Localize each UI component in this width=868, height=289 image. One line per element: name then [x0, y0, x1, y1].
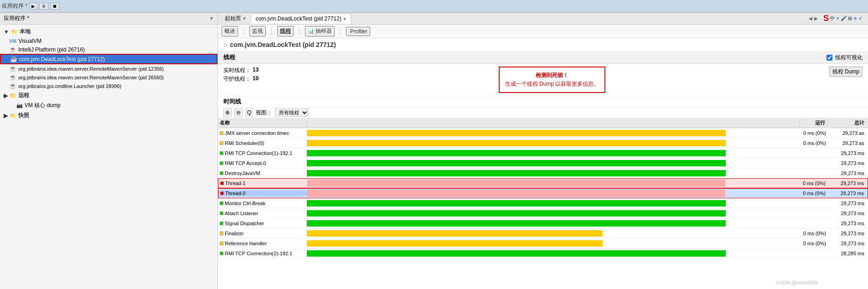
- toolbar-sampler[interactable]: 📊 抽样器: [305, 26, 335, 36]
- bar-area-thread1: [307, 179, 799, 188]
- thread-options: 线程可视化: [827, 54, 863, 62]
- profiler-label: Profiler: [350, 28, 367, 35]
- nav-left[interactable]: ◀: [809, 16, 812, 21]
- thread-row-rmitcp1[interactable]: RMI TCP Connection(1)-192.1 29,273 ms: [218, 148, 868, 158]
- tree-item-intellij[interactable]: ☕ IntelliJ Platform (pid 26716): [0, 45, 217, 54]
- threads-section: 线程 线程可视化 实时线程： 13 守护线程: [218, 52, 868, 289]
- thread-row-thread1[interactable]: Thread-1 0 ms (0%) 29,273 ms: [218, 178, 868, 188]
- thread-row-rmisched[interactable]: RMI Scheduler(0) 0 ms (0%) 29,273 as: [218, 138, 868, 148]
- thread-row-signal[interactable]: Signal Dispatcher 29,273 ms: [218, 218, 868, 228]
- section-title-row: 线程 线程可视化: [218, 52, 868, 64]
- thread-name-thread0: Thread-0: [218, 191, 307, 196]
- thread-name-rmiacpt: RMI TCP Accept-0: [218, 160, 307, 166]
- thread-row-monitor[interactable]: Monitor Ctrl-Break 29,273 ms: [218, 198, 868, 208]
- sep1: [243, 28, 244, 35]
- thread-row-thread0[interactable]: Thread-0 0 ms (0%) 29,273 ms: [218, 188, 868, 198]
- deadlock-warning-container: 检测到死锁！ 生成一个线程 Dump 以获取更多信息。: [296, 67, 808, 93]
- total-rmitcp1: 29,273 ms: [827, 150, 868, 156]
- sep2: [271, 28, 272, 35]
- folder-icon-local: 📁: [11, 29, 18, 35]
- bar-signal: [307, 220, 726, 227]
- col-total-header: 总计: [827, 119, 868, 126]
- tree-item-label-deadlock: com.jvm.DeadLockTest (pid 27712): [19, 56, 105, 62]
- bar-rmisched: [307, 140, 726, 146]
- tab-bar: 起始页 × com.jvm.DeadLockTest (pid 27712) ×…: [218, 13, 868, 25]
- tree-item-label-vmdump: VM 核心 dump: [25, 102, 61, 109]
- bar-area-attach: [307, 208, 800, 218]
- bar-area-rmiacpt: [307, 158, 800, 168]
- tree-item-maven1[interactable]: ☕ org.jetbrains.idea.maven.server.Remote…: [0, 64, 217, 73]
- top-bar-btn-play[interactable]: ▶: [29, 3, 37, 10]
- thread-row-destroy[interactable]: DestroyJavaVM 29,273 ms: [218, 168, 868, 178]
- live-threads-row: 实时线程： 13: [223, 67, 296, 74]
- tree-item-launcher[interactable]: ☕ org.jetbrains.jps.cmdline.Launcher (pi…: [0, 82, 217, 90]
- thread-row-jmx[interactable]: JMX server connection timec 0 ms (0%) 29…: [218, 128, 868, 138]
- sep3: [299, 28, 300, 35]
- snapshot-section-header: ▶ 📁 快照: [0, 110, 217, 121]
- tree-item-vmdump[interactable]: 📷 VM 核心 dump: [0, 101, 217, 110]
- total-rmisched: 29,273 as: [827, 140, 868, 146]
- expand-icon-remote: ▶: [4, 93, 8, 99]
- timeline-label-row: 时间线: [218, 96, 868, 108]
- watermark: CSDN @nickel369: [776, 280, 818, 285]
- running-label: 运行: [815, 120, 825, 125]
- indicator-thread0: [220, 191, 224, 195]
- view-select[interactable]: 所有线程: [275, 108, 309, 117]
- running-finalizer: 0 ms (0%): [800, 231, 827, 236]
- total-refhandler: 29,273 ms: [827, 241, 868, 246]
- indicator-refhandler: [220, 242, 223, 245]
- total-signal: 29,273 ms: [827, 221, 868, 226]
- daemon-value: 10: [253, 75, 258, 83]
- thread-row-refhandler[interactable]: Reference Handler 0 ms (0%) 29,273 ms: [218, 238, 868, 248]
- tree-item-visualvm[interactable]: VM VisualVM: [0, 37, 217, 45]
- zoom-in-button[interactable]: ⊕: [223, 108, 232, 117]
- app-icon-deadlock: ☕: [10, 56, 17, 62]
- bar-destroy: [307, 170, 726, 176]
- thread-row-rmitcp2[interactable]: RMI TCP Connection(2)-192.1 28,285 ms: [218, 248, 868, 258]
- tab-deadlock[interactable]: com.jvm.DeadLockTest (pid 27712) ×: [251, 14, 351, 24]
- thread-row-rmiacpt[interactable]: RMI TCP Accept-0 29,273 ms: [218, 158, 868, 168]
- app-programs-label: 应用程序 *: [4, 15, 29, 22]
- visualize-checkbox[interactable]: [827, 55, 832, 61]
- bar-area-rmitcp1: [307, 148, 800, 158]
- deadlock-warning: 检测到死锁！ 生成一个线程 Dump 以获取更多信息。: [499, 67, 606, 93]
- tree-item-deadlock[interactable]: ☕ com.jvm.DeadLockTest (pid 27712): [0, 54, 217, 64]
- left-panel-header: 应用程序 * ▼: [0, 13, 217, 25]
- view-label: 视图：: [256, 109, 272, 117]
- total-destroy: 29,273 ms: [827, 170, 868, 176]
- toolbar-overview[interactable]: 概述: [222, 26, 238, 36]
- sep4: [340, 28, 341, 35]
- col-name-label: 名称: [220, 120, 230, 125]
- top-bar-btn-stop[interactable]: ⏹: [50, 3, 59, 10]
- nav-right[interactable]: ▶: [814, 16, 818, 21]
- left-panel: 应用程序 * ▼ ▼ 📁 本地 VM VisualVM ☕ IntelliJ P…: [0, 13, 218, 289]
- zoom-out-button[interactable]: ⊖: [234, 108, 243, 117]
- toolbar-threads[interactable]: 线程: [277, 26, 294, 36]
- toolbar-profiler[interactable]: Profiler: [346, 27, 370, 36]
- thread-row-finalizer[interactable]: Finalizer 0 ms (0%) 29,273 ms: [218, 228, 868, 238]
- total-finalizer: 29,273 ms: [827, 231, 868, 236]
- logo-area: S 中 ✦ 🎤 ⊞ ★ ✓: [820, 14, 866, 23]
- top-bar-btn-pause[interactable]: ⏸: [39, 3, 48, 10]
- app-title-icon: ○: [223, 41, 227, 48]
- tab-deadlock-close[interactable]: ×: [343, 16, 346, 21]
- tree-item-label: VisualVM: [19, 38, 41, 44]
- indicator-signal: [220, 222, 223, 225]
- tab-start-page[interactable]: 起始页 ×: [220, 13, 251, 24]
- thread-dump-button[interactable]: 线程 Dump: [829, 67, 863, 77]
- bar-area-jmx: [307, 128, 800, 138]
- tree-item-label-maven1: org.jetbrains.idea.maven.server.RemoteMa…: [18, 66, 164, 72]
- zoom-reset-button[interactable]: Q: [245, 108, 253, 117]
- nav-arrows: ◀ ▶: [807, 16, 820, 21]
- thread-name-rmisched: RMI Scheduler(0): [218, 140, 307, 146]
- tree-item-maven2[interactable]: ☕ org.jetbrains.idea.maven.server.Remote…: [0, 73, 217, 82]
- thread-row-attach[interactable]: Attach Listener 29,273 ms: [218, 208, 868, 218]
- indicator-jmx: [220, 131, 223, 135]
- total-thread0: 29,273 ms: [827, 191, 868, 196]
- bar-monitor: [307, 200, 726, 206]
- toolbar: 概述 监视 线程 📊 抽样器 Profiler: [218, 25, 868, 38]
- indicator-finalizer: [220, 232, 223, 235]
- toolbar-monitor[interactable]: 监视: [249, 26, 266, 36]
- logo-grid: ⊞: [848, 15, 852, 21]
- folder-icon-snapshot: 📁: [10, 113, 16, 119]
